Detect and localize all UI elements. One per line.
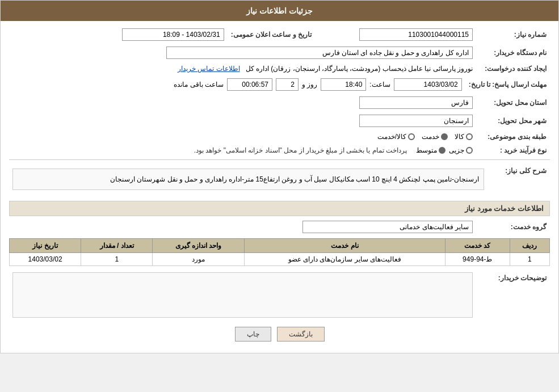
cell-namKhadamat: فعالیت‌های سایر سازمان‌های دارای عضو xyxy=(244,253,445,266)
ijad-konande-label: ایجاد کننده درخواست: xyxy=(476,63,550,74)
col-kod: کد خدمت xyxy=(445,239,510,253)
sharh-kolli-text: ارسنجان-تامین پمپ لچنکش 4 اینچ 10 اسب مک… xyxy=(12,168,484,190)
radio-jazzi-label: جزیی xyxy=(449,146,464,154)
roz-label: روز و xyxy=(302,81,317,88)
tosifat-textarea[interactable] xyxy=(12,272,473,318)
shahr-tahvil-value: ارسنجان xyxy=(359,115,473,127)
col-tedad: تعداد / مقدار xyxy=(81,239,153,253)
radio-khadamat[interactable]: خدمت xyxy=(422,133,448,141)
col-vahed: واحد اندازه گیری xyxy=(153,239,245,253)
page-title: جزئیات اطلاعات نیاز xyxy=(246,6,313,15)
remaining-label: ساعت باقی مانده xyxy=(174,81,224,88)
shahr-tahvil-label: شهر محل تحویل: xyxy=(476,113,550,129)
radio-kala-circle xyxy=(466,133,473,140)
ijad-konande-value: نوروز پارسائی نیا عامل ذیحساب (مرودشت، پ… xyxy=(246,65,473,73)
cell-radif: 1 xyxy=(510,253,549,266)
saat-label: ساعت: xyxy=(369,81,390,88)
radio-mottaset-circle xyxy=(439,147,445,154)
radio-jazzi[interactable]: جزیی xyxy=(449,146,473,154)
tarikh-elan-label: تاریخ و ساعت اعلان عمومی: xyxy=(228,27,317,43)
tarikh-ersal-date: 1403/03/02 xyxy=(394,78,462,91)
radio-kala-khadamat[interactable]: کالا/خدمت xyxy=(377,133,415,141)
tosifat-label: توضیحات خریدار: xyxy=(476,271,550,321)
cell-vahed: مورد xyxy=(153,253,245,266)
nam-dastgah-value: اداره کل راهداری و حمل و نقل جاده ای است… xyxy=(166,47,473,59)
radio-kala-khadamat-circle xyxy=(408,133,415,140)
shomare-niaz-value: 1103001044000115 xyxy=(359,28,473,41)
page-header: جزئیات اطلاعات نیاز xyxy=(1,1,558,21)
cell-kodKhadamat: ط-94-949 xyxy=(445,253,510,266)
farayand-description: پرداخت تمام یا بخشی از مبلغ خریدار از مح… xyxy=(194,146,407,154)
service-section-title: اطلاعات خدمات مورد نیاز xyxy=(9,201,550,216)
tarikh-ersal-label: مهلت ارسال پاسخ: تا تاریخ: xyxy=(465,77,550,92)
cell-tedad: 1 xyxy=(81,253,153,266)
group-khadamat-label: گروه خدمت: xyxy=(476,219,550,235)
tarikh-ersal-roz: 2 xyxy=(276,78,299,91)
radio-mottaset-label: متوسط xyxy=(416,146,437,154)
group-khadamat-value: سایر فعالیت‌های خدماتی xyxy=(302,221,473,233)
ijad-konande-link[interactable]: اطلاعات تماس خریدار xyxy=(178,65,240,73)
button-group: بازگشت چاپ xyxy=(9,327,550,342)
radio-kala[interactable]: کالا xyxy=(455,133,473,141)
ostan-tahvil-value: فارس xyxy=(359,96,473,109)
table-row: 1ط-94-949فعالیت‌های سایر سازمان‌های دارا… xyxy=(10,253,550,266)
tabaqe-bandi-label: طبقه بندی موضوعی: xyxy=(476,131,550,142)
nam-dastgah-label: نام دستگاه خریدار: xyxy=(476,45,550,61)
radio-khadamat-circle xyxy=(441,133,448,140)
sharh-kolli-label: شرح کلی نیاز: xyxy=(487,163,550,195)
radio-khadamat-label: خدمت xyxy=(422,133,439,141)
tarikh-elan-value: 1403/02/31 - 18:09 xyxy=(122,28,224,41)
tarikh-ersal-saat: 18:40 xyxy=(321,78,366,91)
print-button[interactable]: چاپ xyxy=(235,327,271,342)
shomare-niaz-label: شماره نیاز: xyxy=(476,27,550,43)
tarikh-ersal-remaining: 00:06:57 xyxy=(227,78,272,91)
services-table: ردیف کد خدمت نام خدمت واحد اندازه گیری ت… xyxy=(9,238,550,266)
ostan-tahvil-label: استان محل تحویل: xyxy=(476,95,550,111)
radio-kala-khadamat-label: کالا/خدمت xyxy=(377,133,406,141)
radio-mottaset[interactable]: متوسط xyxy=(416,146,445,154)
back-button[interactable]: بازگشت xyxy=(277,327,325,342)
cell-tarikh: 1403/03/02 xyxy=(10,253,81,266)
col-radif: ردیف xyxy=(510,239,549,253)
col-nam: نام خدمت xyxy=(244,239,445,253)
col-tarikh: تاریخ نیاز xyxy=(10,239,81,253)
no-farayand-label: نوع فرآیند خرید : xyxy=(476,145,550,156)
radio-jazzi-circle xyxy=(466,147,473,154)
radio-kala-label: کالا xyxy=(455,133,464,141)
